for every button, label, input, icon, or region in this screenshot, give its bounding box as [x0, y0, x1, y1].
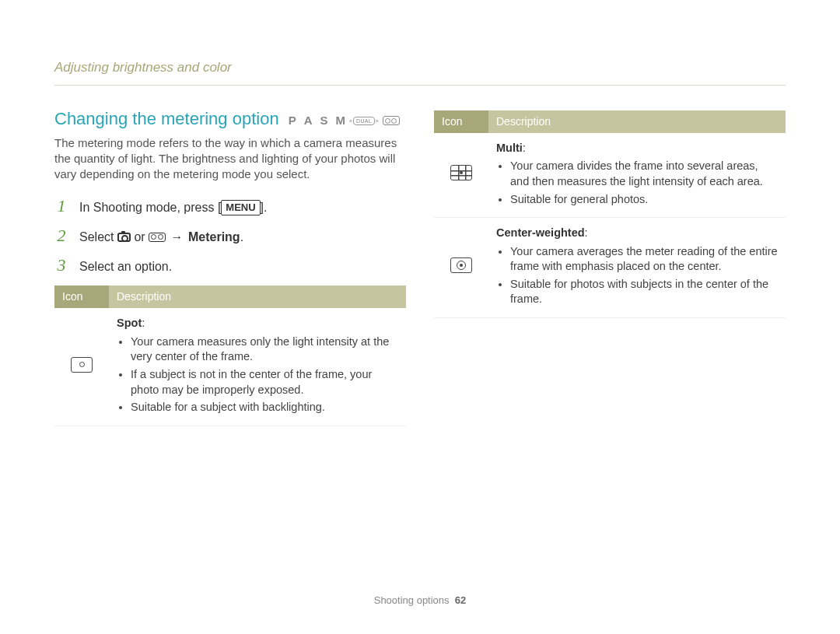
table-row: Multi: Your camera divides the frame int… [434, 133, 786, 218]
step-1: 1 In Shooting mode, press [MENU]. [54, 194, 406, 218]
mode-m: M [336, 113, 346, 128]
mode-badges: P A S M DUAL [289, 113, 400, 128]
section-breadcrumb: Adjusting brightness and color [54, 59, 786, 77]
divider [54, 85, 786, 86]
bullet: Your camera measures only the light inte… [131, 335, 398, 365]
step-number: 3 [54, 254, 68, 277]
step-body: Select an option. [79, 258, 172, 275]
desc-cell: Center-weighted: Your camera averages th… [488, 218, 786, 318]
mode-p: P [289, 113, 296, 128]
col-icon: Icon [434, 110, 488, 133]
mode-s: S [320, 113, 328, 128]
desc-cell: Spot: Your camera measures only the ligh… [109, 308, 406, 426]
steps-list: 1 In Shooting mode, press [MENU]. 2 Sele… [54, 194, 406, 276]
step-number: 2 [54, 224, 68, 247]
arrow-icon: → [170, 229, 185, 246]
option-bullets: Your camera averages the meter reading o… [496, 244, 778, 307]
table-row: Spot: Your camera measures only the ligh… [54, 308, 406, 426]
option-title: Center-weighted [496, 226, 585, 239]
right-column: Icon Description Multi: Your camera divi… [434, 107, 786, 426]
step-text: ]. [261, 201, 268, 214]
step-number: 1 [54, 194, 68, 218]
columns: Changing the metering option P A S M DUA… [54, 107, 786, 426]
metering-label: Metering [188, 230, 240, 243]
page-number: 62 [455, 594, 466, 606]
table-header: Icon Description [54, 285, 406, 308]
options-table-right: Icon Description Multi: Your camera divi… [434, 110, 786, 318]
step-text: or [134, 230, 149, 243]
center-weighted-metering-icon [450, 257, 472, 273]
step-text: . [240, 230, 243, 243]
heading-row: Changing the metering option P A S M DUA… [54, 107, 406, 131]
section-heading: Changing the metering option [54, 107, 279, 131]
video-icon [149, 233, 166, 242]
step-body: In Shooting mode, press [MENU]. [79, 199, 268, 216]
page-footer: Shooting options 62 [0, 594, 840, 608]
option-bullets: Your camera measures only the light inte… [117, 335, 398, 415]
step-text: Select [79, 230, 117, 243]
bullet: Your camera divides the frame into sever… [510, 159, 778, 189]
bullet: Suitable for a subject with backlighting… [131, 400, 398, 415]
col-description: Description [488, 110, 786, 133]
step-3: 3 Select an option. [54, 254, 406, 277]
step-text: In Shooting mode, press [ [79, 201, 221, 214]
bullet: Suitable for photos with subjects in the… [510, 277, 778, 307]
icon-cell [434, 218, 488, 318]
left-column: Changing the metering option P A S M DUA… [54, 107, 406, 426]
bullet: Your camera averages the meter reading o… [510, 244, 778, 275]
table-header: Icon Description [434, 110, 786, 133]
step-2: 2 Select or → Metering. [54, 224, 406, 247]
mode-dual-badge: DUAL [353, 117, 375, 125]
camera-icon [117, 233, 131, 242]
options-table-left: Icon Description Spot: Your camera measu… [54, 285, 406, 426]
footer-section: Shooting options [374, 594, 450, 606]
option-title: Spot [117, 317, 142, 329]
intro-paragraph: The metering mode refers to the way in w… [54, 135, 406, 183]
col-description: Description [109, 285, 406, 308]
dual-camera-icon [383, 116, 400, 125]
desc-cell: Multi: Your camera divides the frame int… [488, 133, 786, 218]
step-body: Select or → Metering. [79, 229, 243, 246]
spot-metering-icon [71, 357, 93, 373]
option-bullets: Your camera divides the frame into sever… [496, 159, 778, 207]
bullet: If a subject is not in the center of the… [131, 367, 398, 398]
bullet: Suitable for general photos. [510, 192, 778, 208]
multi-metering-icon [450, 165, 472, 180]
page: Adjusting brightness and color Changing … [0, 0, 840, 634]
icon-cell [434, 133, 488, 218]
table-row: Center-weighted: Your camera averages th… [434, 218, 786, 318]
option-title: Multi [496, 142, 523, 154]
mode-a: A [304, 113, 313, 128]
menu-button-label: MENU [221, 200, 260, 215]
col-icon: Icon [54, 285, 109, 308]
icon-cell [54, 308, 109, 426]
